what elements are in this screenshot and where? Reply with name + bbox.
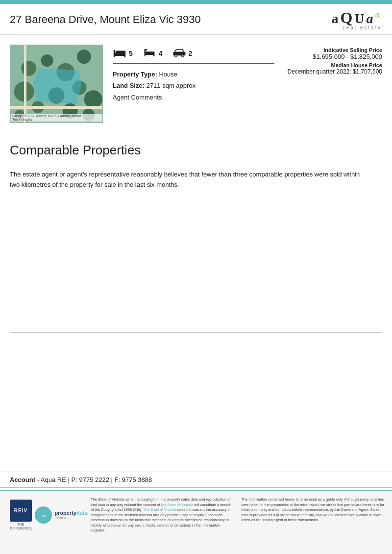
type-label: Property Type: [113, 71, 157, 78]
agent-comments-label: Agent Comments [113, 94, 162, 101]
beds-count: 5 [129, 50, 133, 57]
svg-rect-4 [124, 56, 126, 57]
propdata-name: propertydata [54, 510, 87, 516]
price-range: $1,695,000 - $1,825,000 [284, 53, 382, 60]
property-type-row: Property Type: House [113, 69, 274, 80]
property-map-image: Google © 2023 Airbus, CNES / Airbus, Max… [10, 45, 103, 123]
disclaimer-right-text: The information contained herein is to b… [242, 497, 384, 522]
pricing-section: Indicative Selling Price $1,695,000 - $1… [284, 45, 382, 75]
brand-logo: aQUa® real estate [331, 9, 382, 30]
svg-text:p: p [42, 513, 45, 518]
property-info: Property Type: House Land Size: 2711 sqm… [113, 69, 274, 103]
reiv-sub-text2: DIFFERENCE [10, 527, 32, 530]
svg-rect-5 [144, 51, 154, 55]
land-label: Land Size: [113, 82, 145, 89]
footer-disclaimer: The State of Victoria owns the copyright… [91, 497, 385, 533]
propdata-icon: p [35, 506, 52, 524]
svg-rect-7 [153, 55, 155, 56]
header: 27 Bareena Drive, Mount Eliza Vic 3930 a… [0, 4, 392, 35]
reiv-badge: REIV [10, 500, 32, 522]
svg-rect-8 [144, 49, 146, 52]
type-value: House [159, 71, 177, 78]
fax-value: 9775 3888 [122, 476, 152, 483]
account-label: Account [10, 476, 35, 483]
price-label: Indicative Selling Price [284, 47, 382, 53]
propertydata-logo: p propertydata .com.au [39, 506, 83, 524]
propdata-domain: .com.au [54, 516, 87, 520]
phone-label: P: [72, 476, 77, 483]
svg-rect-2 [116, 51, 125, 53]
land-value: 2711 sqm approx [147, 82, 196, 89]
content-spacer [0, 343, 392, 441]
bottom-divider [10, 332, 382, 333]
fax-label: F: [115, 476, 121, 483]
median-label: Median House Price [284, 62, 382, 68]
property-highlight [33, 68, 84, 103]
reiv-subtitle: THE DIFFERENCE [10, 523, 32, 531]
propdata-svg-icon: p [38, 510, 49, 521]
account-dash: - [37, 476, 41, 483]
logo-text: aQUa® [331, 9, 382, 27]
comparable-section: Comparable Properties The estate agent o… [0, 128, 392, 195]
cars-count: 2 [189, 50, 193, 57]
property-details: 5 4 [113, 45, 274, 103]
bed-icon [113, 47, 126, 59]
footer-logos: REIV THE DIFFERENCE p propertydata [7, 497, 83, 531]
footer: REIV THE DIFFERENCE p propertydata [0, 490, 392, 554]
bath-icon [143, 47, 156, 59]
property-section: Google © 2023 Airbus, CNES / Airbus, Max… [0, 35, 392, 128]
car-icon [172, 47, 186, 59]
account-name: Aqua RE [41, 476, 66, 483]
baths-count: 4 [159, 50, 163, 57]
svg-rect-9 [146, 49, 147, 50]
cars-feature: 2 [172, 47, 193, 59]
beds-feature: 5 [113, 47, 133, 59]
svg-rect-0 [114, 52, 126, 56]
disclaimer-right: The information contained herein is to b… [242, 497, 385, 533]
agent-comments-row: Agent Comments [113, 92, 274, 103]
reiv-logo: REIV THE DIFFERENCE [7, 500, 34, 531]
svg-rect-6 [144, 55, 146, 56]
account-bar: Account - Aqua RE | P: 9775 2222 | F: 97… [0, 472, 392, 488]
svg-rect-1 [114, 50, 116, 52]
reiv-text: REIV [14, 508, 27, 513]
svg-point-12 [181, 55, 184, 57]
land-size-row: Land Size: 2711 sqm approx [113, 80, 274, 91]
svg-rect-3 [114, 56, 115, 57]
map-copyright: Google © 2023 Airbus, CNES / Airbus, Max… [11, 114, 102, 122]
comparable-body: The estate agent or agent's representati… [10, 170, 363, 190]
phone-value: 9775 2222 [79, 476, 109, 483]
property-address: 27 Bareena Drive, Mount Eliza Vic 3930 [10, 13, 201, 26]
comparable-title: Comparable Properties [10, 143, 382, 162]
disclaimer-left: The State of Victoria owns the copyright… [91, 497, 234, 533]
median-value: December quarter 2022: $1,707,500 [284, 68, 382, 75]
features-row: 5 4 [113, 47, 274, 64]
reiv-sub-text: THE [10, 523, 32, 527]
svg-point-11 [174, 55, 177, 57]
baths-feature: 4 [143, 47, 163, 59]
top-accent-bar [0, 0, 392, 4]
